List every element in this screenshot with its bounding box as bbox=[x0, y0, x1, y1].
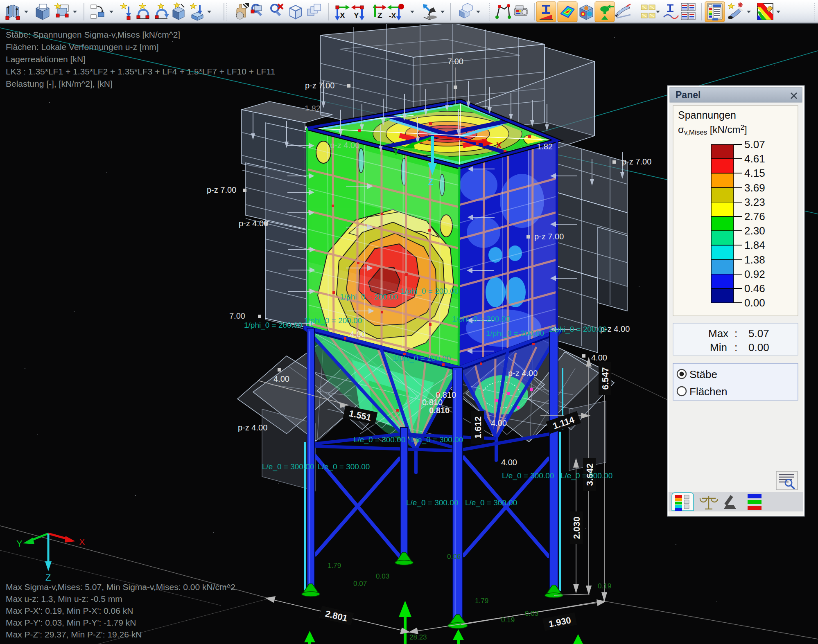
svg-text:Stäbe: Stäbe bbox=[689, 368, 717, 381]
svg-text:1/phi_0 = 200.00: 1/phi_0 = 200.00 bbox=[393, 354, 451, 363]
svg-text:0.810: 0.810 bbox=[429, 406, 450, 415]
svg-text:4.00: 4.00 bbox=[350, 330, 366, 339]
svg-text:1.84: 1.84 bbox=[744, 239, 765, 251]
svg-text:Flächen: Lokale Verformungen u: Flächen: Lokale Verformungen u-z [mm] bbox=[6, 42, 159, 52]
svg-text:Min: Min bbox=[710, 341, 727, 354]
svg-text:2.76: 2.76 bbox=[744, 210, 765, 223]
svg-text:4.61: 4.61 bbox=[744, 153, 765, 165]
svg-text:0.810: 0.810 bbox=[436, 390, 456, 399]
svg-text:Z: Z bbox=[428, 178, 433, 187]
svg-text:0.03: 0.03 bbox=[376, 572, 389, 580]
svg-text::: : bbox=[734, 327, 737, 340]
svg-text::: : bbox=[734, 341, 737, 354]
svg-text:6.547: 6.547 bbox=[600, 367, 610, 390]
svg-text:LK3 : 1.35*LF1 + 1.35*LF2 + 1.: LK3 : 1.35*LF1 + 1.35*LF2 + 1.35*LF3 + L… bbox=[6, 67, 275, 76]
svg-text:Flächen: Flächen bbox=[689, 385, 728, 398]
svg-text:5.07: 5.07 bbox=[744, 138, 765, 151]
svg-text:1/phi_0 = 200.00: 1/phi_0 = 200.00 bbox=[340, 293, 398, 302]
svg-text:1.79: 1.79 bbox=[328, 562, 341, 570]
svg-text:0.19: 0.19 bbox=[501, 616, 515, 624]
svg-text:X: X bbox=[79, 537, 85, 547]
svg-text:p-z 7.00: p-z 7.00 bbox=[534, 232, 564, 241]
svg-text:0.46: 0.46 bbox=[744, 282, 765, 295]
svg-text:4.15: 4.15 bbox=[744, 167, 765, 179]
svg-text:0.00: 0.00 bbox=[748, 341, 769, 354]
svg-text:3.23: 3.23 bbox=[744, 196, 765, 208]
svg-text:0.07: 0.07 bbox=[353, 580, 367, 588]
svg-text:4.00: 4.00 bbox=[591, 353, 607, 362]
svg-text:Max: Max bbox=[708, 327, 728, 340]
svg-text:2.030: 2.030 bbox=[572, 516, 582, 539]
svg-text:Lagerreaktionen [kN]: Lagerreaktionen [kN] bbox=[6, 54, 86, 64]
svg-text:2.30: 2.30 bbox=[744, 225, 765, 237]
svg-text:Z: Z bbox=[377, 11, 382, 20]
svg-text:-X: -X bbox=[389, 12, 396, 20]
svg-text:0.03: 0.03 bbox=[525, 610, 538, 617]
svg-text:1.38: 1.38 bbox=[744, 254, 765, 266]
svg-text:1/phi_0 = 200.00: 1/phi_0 = 200.00 bbox=[244, 321, 302, 330]
svg-text:L/e_0 = 300.00: L/e_0 = 300.00 bbox=[353, 435, 405, 444]
svg-text:Max P-X': 0.19, Min P-X': 0.06: Max P-X': 0.19, Min P-X': 0.06 kN bbox=[6, 606, 133, 615]
svg-text:p-z 4.00: p-z 4.00 bbox=[239, 219, 268, 228]
svg-text:X: X bbox=[496, 141, 502, 150]
svg-text:Belastung [-], [kN/m^2], [kN]: Belastung [-], [kN/m^2], [kN] bbox=[6, 79, 113, 88]
svg-text:Y: Y bbox=[16, 538, 23, 549]
svg-text:p-z 7.00: p-z 7.00 bbox=[305, 81, 334, 90]
svg-text:p-z 4.00: p-z 4.00 bbox=[238, 423, 267, 432]
svg-text:5.07: 5.07 bbox=[748, 327, 769, 340]
svg-text:1.79: 1.79 bbox=[475, 597, 488, 605]
svg-text:L/e_0 = 300.00: L/e_0 = 300.00 bbox=[406, 498, 458, 507]
svg-text:1.82: 1.82 bbox=[537, 142, 553, 151]
svg-text:p-z 7.00: p-z 7.00 bbox=[207, 185, 236, 194]
svg-text:0.06: 0.06 bbox=[447, 553, 461, 561]
svg-text:X: X bbox=[340, 11, 345, 20]
svg-text:0.92: 0.92 bbox=[744, 268, 765, 280]
svg-text:1/phi_0 = 200.00: 1/phi_0 = 200.00 bbox=[486, 329, 544, 338]
svg-text:L/e_0 = 300.00: L/e_0 = 300.00 bbox=[411, 435, 463, 444]
svg-text:Y: Y bbox=[354, 11, 359, 20]
svg-text:7.00: 7.00 bbox=[229, 311, 245, 320]
svg-text:L/e_0 = 300.00: L/e_0 = 300.00 bbox=[318, 462, 370, 471]
svg-text:Stäbe: Spannungen Sigma-v,Mise: Stäbe: Spannungen Sigma-v,Mises [kN/cm^2… bbox=[6, 30, 180, 39]
svg-text:p-z 4.00: p-z 4.00 bbox=[330, 141, 359, 150]
svg-text:1.612: 1.612 bbox=[473, 416, 483, 439]
svg-text:Max P-Y': 0.03, Min P-Y': -1.7: Max P-Y': 0.03, Min P-Y': -1.79 kN bbox=[6, 618, 136, 627]
svg-text:Max u-z: 1.3, Min u-z: -0.5 mm: Max u-z: 1.3, Min u-z: -0.5 mm bbox=[6, 594, 122, 603]
svg-text:L/e_0 = 300.00: L/e_0 = 300.00 bbox=[262, 462, 314, 471]
svg-text:L/e_0 = 300.00: L/e_0 = 300.00 bbox=[465, 498, 517, 507]
svg-text:L/e_0 = 300.00: L/e_0 = 300.00 bbox=[560, 471, 612, 480]
svg-text:4.00: 4.00 bbox=[491, 419, 507, 428]
svg-text:Y: Y bbox=[393, 147, 399, 156]
svg-text:0.19: 0.19 bbox=[598, 582, 611, 590]
svg-text:4.00: 4.00 bbox=[273, 374, 289, 383]
svg-text:p-z 4.00: p-z 4.00 bbox=[508, 369, 538, 378]
svg-text:1/phi_0 = 200.00: 1/phi_0 = 200.00 bbox=[304, 316, 362, 325]
svg-text:28.23: 28.23 bbox=[409, 633, 427, 641]
svg-text:L/e_0 = 300.00: L/e_0 = 300.00 bbox=[502, 471, 554, 480]
svg-text:1/phi_0 = 200.00: 1/phi_0 = 200.00 bbox=[400, 287, 459, 296]
svg-text:Z: Z bbox=[45, 572, 51, 583]
svg-text:Max P-Z': 29.37, Min P-Z': 19.: Max P-Z': 29.37, Min P-Z': 19.26 kN bbox=[6, 630, 142, 639]
svg-text:Max Sigma-v,Mises: 5.07, Min S: Max Sigma-v,Mises: 5.07, Min Sigma-v,Mis… bbox=[6, 582, 235, 592]
svg-text:1/phi_0 = 200.00: 1/phi_0 = 200.00 bbox=[452, 315, 510, 324]
svg-text:Panel: Panel bbox=[676, 90, 700, 100]
svg-text:Spannungen: Spannungen bbox=[678, 109, 736, 121]
svg-text:1/phi_0 = 200.00: 1/phi_0 = 200.00 bbox=[549, 325, 607, 334]
svg-text:p-z 7.00: p-z 7.00 bbox=[622, 157, 651, 166]
svg-text:3.69: 3.69 bbox=[744, 182, 765, 194]
svg-text:4.00: 4.00 bbox=[501, 458, 517, 467]
svg-text:0.00: 0.00 bbox=[744, 297, 765, 309]
svg-text:7.00: 7.00 bbox=[447, 57, 463, 66]
svg-text:1.82: 1.82 bbox=[305, 104, 321, 113]
